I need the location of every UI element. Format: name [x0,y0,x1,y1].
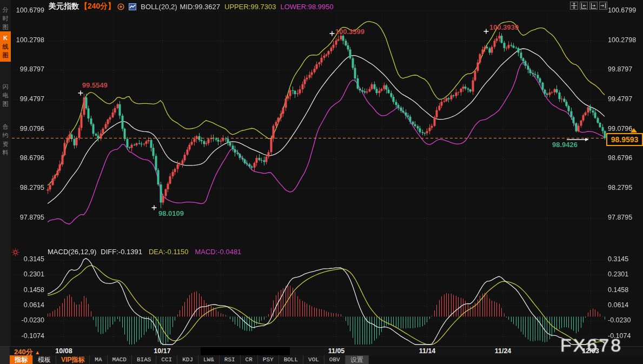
period-label: 【240分】 [80,2,115,11]
price-tick-left-4: 99.0796 [11,125,44,133]
extreme-label-4: 98.0109 [158,209,184,217]
macd-tick-right-0: 0.3145 [608,255,642,263]
price-tick-right-3: 99.4797 [608,95,642,103]
boll-upper-value: UPPER:99.7303 [224,3,276,11]
macd-header: MACD(26,12,9) DIFF:-0.1391 DEA:-0.1150 M… [48,248,241,256]
price-tick-left-6: 98.2795 [11,184,44,191]
chart-header: 美元指数 【240分】 BOLL(20,2) MID:99.3627 UPPER… [49,1,334,12]
toolbar-item-11[interactable]: CR [241,355,258,364]
toolbar-item-7[interactable]: CCI [156,355,177,364]
toolbar-item-12[interactable]: PSY [258,355,279,364]
extreme-label-2: 100.3599 [335,28,364,36]
sidebar-tab-2[interactable]: K线图 [0,31,11,62]
axis-compress-left-icon[interactable] [580,2,588,10]
sidebar-tab-4[interactable]: 合约资料 [0,120,11,159]
price-tick-right-1: 100.2798 [608,36,642,44]
macd-tick-right-1: 0.2301 [608,270,642,278]
macd-tick-left-1: 0.2301 [11,270,44,278]
toolbar-item-3[interactable]: VIP指标 [56,355,90,364]
boll-mid-value: MID:99.3627 [180,3,220,11]
alert-plus-icon[interactable] [117,3,124,10]
toolbar-item-6[interactable]: BIAS [132,355,156,364]
macd-tick-right-4: -0.0230 [608,316,642,324]
chart-type-sidebar: 分时图K线图闪电图合约资料 [0,0,11,346]
macd-tick-left-4: -0.0230 [11,316,44,324]
date-label-10-08: 10/08 [55,347,72,355]
macd-name: MACD(26,12,9) [48,248,96,256]
price-tick-right-0: 100.6799 [608,6,642,14]
indicator-settings-icon[interactable] [11,248,19,259]
indicator-toolbar: 指标模板VIP指标MAMACDBIASCCIKDJLW&RSICRPSYBOLL… [10,355,369,364]
toolbar-item-1[interactable]: 指标 [10,355,33,364]
macd-diff-value: DIFF:-0.1391 [101,248,142,256]
toolbar-item-5[interactable]: MACD [108,355,132,364]
macd-tick-right-2: 0.1458 [608,286,642,294]
toolbar-item-14[interactable]: VOL [303,355,324,364]
date-label-10-17: 10/17 [154,347,170,355]
toolbar-item-15[interactable]: OBV [324,355,346,364]
price-tick-right-6: 98.2795 [608,184,642,191]
boll-lower-value: LOWER:98.9950 [280,3,333,11]
boll-label: BOLL(20,2) [141,3,177,11]
charting-app: 分时图K线图闪电图合约资料 美元指数 【240分】 BOLL(20,2) MID… [0,0,643,364]
axis-expand-right-icon[interactable] [589,2,598,10]
toolbar-item-9[interactable]: LW& [198,355,220,364]
sidebar-tab-1[interactable]: 分时图 [0,3,11,34]
shift-right-icon[interactable] [599,2,607,10]
macd-macd-value: MACD:-0.0481 [195,248,241,256]
price-tick-right-5: 98.6796 [608,154,642,162]
macd-tick-left-5: -0.1074 [11,332,44,340]
price-tick-right-2: 99.8797 [608,65,642,73]
price-up-arrow-icon [631,128,637,133]
price-tick-left-3: 99.4797 [11,95,44,103]
date-label-11-24: 11/24 [495,347,512,355]
axis-corner-block [0,347,10,364]
toolbar-item-4[interactable]: MA [90,355,107,364]
toolbar-item-2[interactable]: 模板 [33,355,56,364]
pan-icon[interactable] [570,2,578,10]
toolbar-item-16[interactable]: 设置 [346,355,369,364]
symbol-title: 美元指数 [49,2,79,11]
chart-style-icon[interactable] [129,3,136,10]
price-tick-left-7: 97.8795 [11,214,44,221]
macd-tick-left-2: 0.1458 [11,286,44,294]
current-price-box: 98.9593 [606,133,643,146]
triangle-up-icon: ▲ [35,349,40,355]
price-tick-right-4: 99.0796 [608,125,642,133]
extreme-label-1: 99.5549 [82,81,108,89]
price-tick-left-2: 99.8797 [11,65,44,73]
macd-tick-left-3: 0.0614 [11,301,44,309]
price-tick-right-7: 97.8795 [608,214,642,221]
extreme-label-5: 98.9426 [552,141,578,149]
time-axis-row: 240分 ▲ 10/0810/1711/0511/1411/2412/03 [0,346,643,356]
chart-toolbar-icons [570,2,607,10]
sidebar-tab-3[interactable]: 闪电图 [0,80,11,110]
macd-tick-right-3: 0.0614 [608,301,642,309]
scrollbar-thumb[interactable] [201,347,290,355]
toolbar-item-13[interactable]: BOLL [279,355,303,364]
toolbar-item-10[interactable]: RSI [220,355,241,364]
price-tick-left-5: 98.6796 [11,154,44,162]
price-tick-left-1: 100.2798 [11,36,44,44]
price-chart-canvas[interactable] [0,0,643,346]
date-label-11-05: 11/05 [328,347,345,355]
toolbar-item-8[interactable]: KDJ [177,355,198,364]
date-label-11-14: 11/14 [419,347,436,355]
macd-dea-value: DEA:-0.1150 [149,248,188,256]
price-tick-left-0: 100.6799 [11,6,44,14]
watermark: FX678 [560,335,622,356]
extreme-label-3: 100.3939 [489,23,519,31]
